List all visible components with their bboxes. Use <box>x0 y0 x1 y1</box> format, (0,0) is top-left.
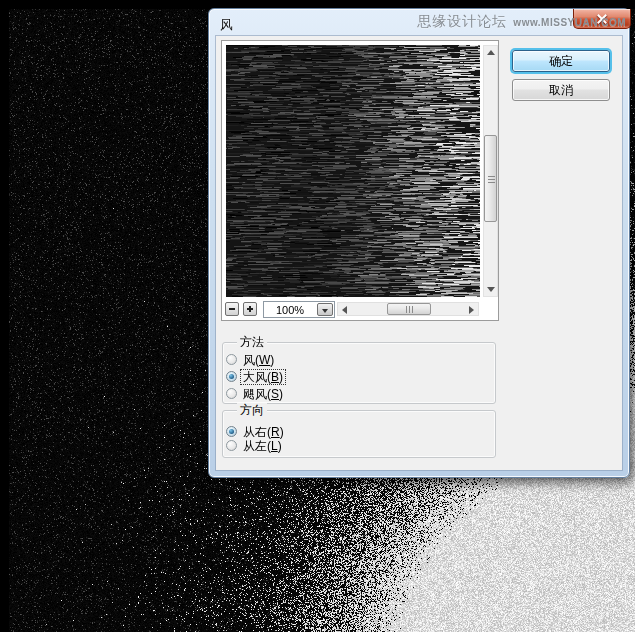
radio-option-wind[interactable]: 风(W) <box>226 352 276 367</box>
zoom-level-combo[interactable]: 100% <box>263 301 335 318</box>
radio-option-stagger[interactable]: 飓风(S) <box>226 386 285 401</box>
radio-unselected-icon[interactable] <box>226 354 237 365</box>
minus-icon <box>229 308 235 310</box>
filter-preview-image[interactable] <box>226 45 480 297</box>
cancel-button[interactable]: 取消 <box>512 79 610 101</box>
horizontal-scrollbar-thumb[interactable] <box>387 303 431 315</box>
wind-filter-dialog: 风 思缘设计论坛 www.MISSYUAN.COM <box>208 8 630 478</box>
radio-option-label: 从左(L) <box>241 439 284 453</box>
ok-button[interactable]: 确定 <box>512 50 610 72</box>
plus-icon <box>247 308 253 310</box>
radio-option-label: 从右(R) <box>241 425 286 439</box>
close-button[interactable] <box>573 9 631 29</box>
scrollbar-grip-icon <box>409 306 410 313</box>
zoom-in-button[interactable] <box>243 302 257 316</box>
radio-unselected-icon[interactable] <box>226 388 237 399</box>
vertical-scrollbar-thumb[interactable] <box>484 135 497 222</box>
watermark-site-name: 思缘设计论坛 <box>417 13 507 31</box>
zoom-level-value: 100% <box>264 304 316 316</box>
scroll-up-icon[interactable] <box>487 50 495 55</box>
radio-selected-icon[interactable] <box>226 371 237 382</box>
radio-option-label: 大风(B) <box>241 370 285 384</box>
radio-option-label: 风(W) <box>241 353 276 367</box>
scrollbar-grip-icon <box>488 179 495 180</box>
radio-selected-icon[interactable] <box>226 426 237 437</box>
dialog-title: 风 <box>220 16 233 34</box>
dialog-client-area: 100% 确定 取消 方法 风(W) <box>216 36 622 470</box>
scroll-left-icon[interactable] <box>342 306 347 314</box>
close-icon <box>596 13 608 25</box>
method-group: 方法 风(W) 大风(B) 飓风(S) <box>222 342 496 404</box>
preview-horizontal-scrollbar[interactable] <box>337 302 479 316</box>
filter-preview-panel: 100% <box>221 40 499 321</box>
scroll-down-icon[interactable] <box>487 287 495 292</box>
direction-group: 方向 从右(R) 从左(L) <box>222 410 496 458</box>
radio-option-label: 飓风(S) <box>241 387 285 401</box>
preview-vertical-scrollbar[interactable] <box>483 45 498 297</box>
dialog-titlebar[interactable]: 风 思缘设计论坛 www.MISSYUAN.COM <box>209 9 629 37</box>
direction-group-label: 方向 <box>237 403 267 417</box>
zoom-dropdown-button[interactable] <box>317 303 333 316</box>
radio-option-from-left[interactable]: 从左(L) <box>226 438 284 453</box>
scroll-right-icon[interactable] <box>469 306 474 314</box>
method-group-label: 方法 <box>237 335 267 349</box>
radio-option-blast[interactable]: 大风(B) <box>226 369 285 384</box>
radio-option-from-right[interactable]: 从右(R) <box>226 424 286 439</box>
radio-unselected-icon[interactable] <box>226 440 237 451</box>
chevron-down-icon <box>322 309 328 313</box>
zoom-out-button[interactable] <box>225 302 239 316</box>
